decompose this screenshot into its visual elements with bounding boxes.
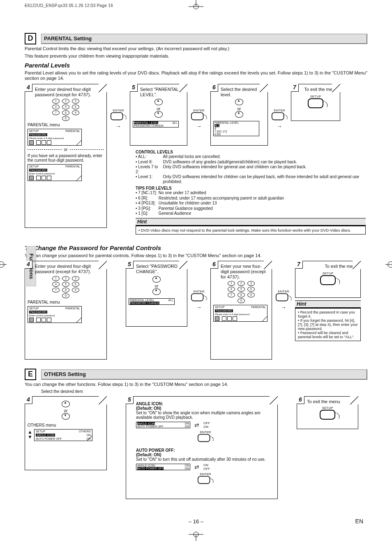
step-number: 6	[297, 396, 304, 404]
tips-levels-table: • 7 [NC-17]:No one under 17 admitted • 6…	[136, 190, 286, 216]
tips-levels-heading: TIPS FOR LEVELS	[136, 186, 366, 190]
apo-option-menu: ANGLE ICONON AUTO POWER OFFON	[136, 464, 190, 470]
step-number: 5	[126, 261, 134, 269]
pwd-step4-text: Enter your desired four-digit password (…	[35, 264, 104, 274]
enter-button-icon	[198, 476, 210, 484]
others-menu: SETUPOTHERS ANGLE ICONON AUTO POWER OFFO…	[34, 429, 92, 441]
enter-button-icon	[191, 112, 203, 120]
setup-label: SETUP	[294, 95, 337, 98]
enter-label: ENTER	[191, 109, 207, 112]
up-arrow-icon	[235, 99, 243, 105]
lang-code: EN	[355, 518, 363, 525]
enter-button-icon	[111, 112, 123, 120]
step6-options: PARENTAL LEVEL ALL 8 7 [NC-17] 6 [R]	[213, 121, 259, 136]
select-desired-item: Select the desired item	[41, 389, 367, 394]
parental-menu-label: PARENTAL menu	[28, 300, 104, 304]
control-levels-heading: CONTROL LEVELS	[136, 150, 366, 154]
angle-icon-heading: ANGLE ICON:	[136, 402, 275, 406]
pwd-step7-text: To exit the menu	[305, 264, 358, 269]
parental-menu-a: SETUPPARENTAL PASSWORD Please enter a 4-…	[28, 129, 82, 146]
step4-text: Enter your desired four-digit password (…	[35, 87, 104, 97]
keypad-icon: 123 456 789 0	[28, 99, 104, 121]
step-number: 5	[126, 396, 134, 404]
setup-label: SETUP	[300, 406, 355, 410]
enter-button-icon	[276, 293, 288, 301]
pwd-step5-options: PARENTAL LEVELALL PASSWORD CHANGE	[129, 298, 175, 305]
already-set-text: If you have set a password already, ente…	[28, 153, 104, 163]
keypad-icon: 123 456 789 0	[213, 281, 269, 303]
up-arrow-icon	[152, 276, 161, 283]
section-title-others: OTHERS Setting	[41, 369, 367, 380]
parental-menu-b: SETUPPARENTAL PASSWORD Enter current pas…	[28, 164, 82, 181]
enter-label: ENTER	[136, 472, 275, 476]
down-arrow-icon	[235, 111, 243, 118]
hint-heading: Hint	[136, 218, 366, 226]
setup-button-icon	[320, 275, 336, 285]
angle-icon-default: (Default: ON)	[136, 406, 275, 411]
step6-text: Select the desired level.	[221, 87, 265, 97]
enter-label: ENTER	[271, 109, 288, 112]
setup-button-icon	[308, 98, 323, 108]
pwd-step5-text: Select "PASSWORD CHANGE".	[136, 264, 184, 274]
crop-mark-right	[385, 259, 392, 270]
crop-mark-left	[0, 259, 7, 270]
parental-levels-heading: Parental Levels	[25, 62, 367, 69]
pwd-step6-text: Enter your new four-digit password (exce…	[221, 264, 269, 279]
step5-text: Select "PARENTAL LEVEL".	[140, 87, 184, 97]
parental-levels-text: Parental Level allows you to set the rat…	[25, 70, 367, 82]
angle-option-menu: ANGLE ICONON AUTO POWER OFFON	[136, 422, 190, 428]
apo-default: (Default: ON)	[136, 453, 275, 457]
crop-mark-bottom	[184, 531, 208, 541]
control-levels-table: • ALL:All parental locks are cancelled. …	[136, 154, 366, 184]
down-arrow-icon	[152, 288, 161, 295]
step-number: 7	[295, 261, 303, 269]
step-number: 4	[25, 396, 32, 404]
pwd-hint-body: • Record the password in case you forget…	[295, 308, 361, 341]
enter-button-icon	[272, 112, 284, 120]
up-arrow-icon	[154, 99, 163, 105]
others-step6-text: To exit the menu	[307, 399, 355, 404]
keypad-icon: 123 456 789 0	[28, 276, 104, 298]
parental-intro-2: This feature prevents your children from…	[25, 53, 367, 59]
section-letter-d: D	[25, 33, 36, 44]
updown-arrows-icon: ▲▼	[28, 430, 32, 439]
or-text: or	[64, 147, 68, 152]
enter-button-icon	[198, 434, 210, 442]
setup-label: SETUP	[298, 272, 358, 275]
others-intro: You can change the other functions. Foll…	[25, 382, 367, 388]
others-menu-label: OTHERS menu	[28, 423, 104, 427]
down-arrow-icon	[154, 111, 163, 118]
up-arrow-icon	[62, 401, 70, 407]
step-number: 4	[25, 84, 32, 92]
enter-label: ENTER	[191, 290, 207, 293]
step5-options: PARENTAL LEVELALL PASSWORD CHANGE	[133, 121, 179, 128]
step-number: 6	[210, 261, 218, 269]
pwd-menu: SETUPPARENTAL PASSWORD Enter current pas…	[28, 306, 82, 323]
enter-label: ENTER	[110, 109, 127, 112]
enter-label: ENTER	[275, 290, 292, 293]
print-header: E6122UD_ENSP.qx33 05.1.26 12:03 Page 16	[25, 3, 113, 8]
section-title-parental: PARENTAL Setting	[41, 34, 367, 44]
page-number: – 16 –	[189, 518, 203, 525]
pwd-hint-heading: Hint	[295, 300, 361, 308]
step-number: 5	[130, 84, 138, 92]
angle-icon-text: Set to "ON" to show the angle icon when …	[136, 411, 275, 420]
parental-intro-1: Parental Control limits the disc viewing…	[25, 46, 367, 52]
step-number: 4	[25, 261, 32, 269]
enter-label: ENTER	[136, 430, 275, 434]
parental-menu-label: PARENTAL menu	[28, 123, 104, 127]
step-number: 7	[291, 84, 299, 92]
apo-text: Set to "ON" to turn this unit off automa…	[136, 457, 275, 462]
pwd-heading: To Change the Password for Parental Cont…	[25, 244, 367, 251]
enter-button-icon	[191, 293, 203, 301]
setup-button-icon	[320, 410, 335, 420]
section-letter-e: E	[25, 369, 36, 380]
crop-mark-top	[184, 0, 208, 10]
hint-body: • DVD-Video discs may not respond to the…	[136, 226, 366, 235]
pwd-text: You can change your password for parenta…	[25, 253, 367, 259]
pwd-menu6: SETUPPARENTAL PASSWORD Please enter a 4-…	[213, 305, 267, 322]
down-arrow-icon	[62, 413, 70, 420]
apo-heading: AUTO POWER OFF:	[136, 448, 275, 453]
step-number: 6	[210, 84, 218, 92]
